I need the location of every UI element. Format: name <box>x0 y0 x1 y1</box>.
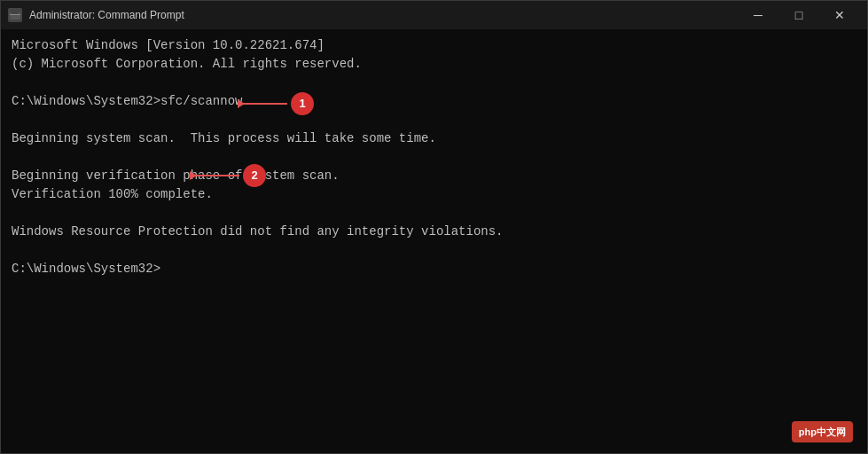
watermark-text: php中文网 <box>799 425 846 440</box>
title-bar: Administrator: Command Prompt ─ □ ✕ <box>1 1 867 29</box>
terminal-empty <box>12 148 856 167</box>
terminal-body[interactable]: Microsoft Windows [Version 10.0.22621.67… <box>1 29 867 453</box>
window-icon <box>8 8 22 22</box>
terminal-empty <box>12 111 856 129</box>
terminal-line: Microsoft Windows [Version 10.0.22621.67… <box>12 36 856 55</box>
terminal-empty <box>12 74 856 92</box>
watermark: php中文网 <box>792 421 853 443</box>
terminal-line: Verification 100% complete. <box>12 185 856 204</box>
window-title: Administrator: Command Prompt <box>29 9 738 21</box>
svg-rect-1 <box>12 11 19 14</box>
svg-rect-2 <box>10 14 20 15</box>
cmd-window: Administrator: Command Prompt ─ □ ✕ Micr… <box>0 0 868 454</box>
window-controls: ─ □ ✕ <box>738 1 860 29</box>
terminal-line: (c) Microsoft Corporation. All rights re… <box>12 55 856 74</box>
close-button[interactable]: ✕ <box>819 1 860 29</box>
terminal-line: Beginning verification phase of system s… <box>12 167 856 185</box>
terminal-prompt: C:\Windows\System32> <box>12 260 856 278</box>
terminal-empty <box>12 204 856 223</box>
minimize-button[interactable]: ─ <box>738 1 778 29</box>
terminal-result: Windows Resource Protection did not find… <box>12 223 856 241</box>
terminal-command: C:\Windows\System32>sfc/scannow <box>12 92 856 111</box>
terminal-line: Beginning system scan. This process will… <box>12 129 856 148</box>
terminal-empty <box>12 241 856 260</box>
maximize-button[interactable]: □ <box>778 1 819 29</box>
